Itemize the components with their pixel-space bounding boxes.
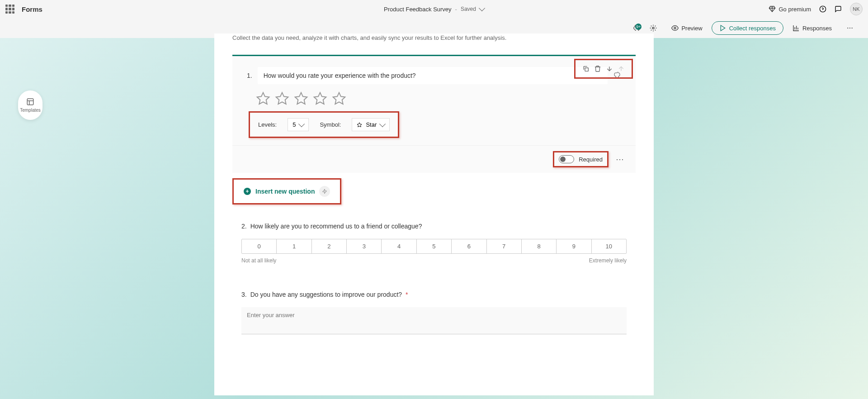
star-icon xyxy=(313,91,327,106)
go-premium-label: Go premium xyxy=(778,6,811,13)
notif-badge: 9+ xyxy=(635,24,642,30)
nps-low-label: Not at all likely xyxy=(241,257,276,264)
svg-point-0 xyxy=(820,6,826,12)
svg-marker-18 xyxy=(357,123,362,127)
svg-marker-17 xyxy=(333,93,345,104)
nps-cell[interactable]: 7 xyxy=(487,239,522,253)
svg-marker-13 xyxy=(257,93,269,104)
star-icon xyxy=(294,91,308,106)
more-button[interactable] xyxy=(841,22,859,34)
symbol-value: Star xyxy=(366,121,377,128)
question-3[interactable]: 3. Do you have any suggestions to improv… xyxy=(214,273,654,345)
nps-cell[interactable]: 9 xyxy=(557,239,591,253)
q3-number: 3. xyxy=(241,291,247,298)
doc-title[interactable]: Product Feedback Survey xyxy=(384,6,452,13)
q3-text: Do you have any suggestions to improve o… xyxy=(250,291,402,298)
nps-cell[interactable]: 2 xyxy=(312,239,347,253)
settings-button[interactable] xyxy=(644,22,662,34)
form-description[interactable]: Collect the data you need, analyze it wi… xyxy=(232,34,636,41)
eye-icon xyxy=(671,24,679,32)
copy-button[interactable] xyxy=(580,63,592,75)
svg-point-2 xyxy=(674,27,676,29)
nps-high-label: Extremely likely xyxy=(589,257,627,264)
go-premium-button[interactable]: Go premium xyxy=(769,5,811,13)
required-asterisk: * xyxy=(406,291,408,298)
templates-button[interactable]: Templates xyxy=(18,90,42,120)
q1-number: 1. xyxy=(247,72,252,79)
rating-stars-preview xyxy=(247,84,621,109)
user-avatar[interactable]: NK xyxy=(850,3,863,15)
nps-cell[interactable]: 3 xyxy=(347,239,382,253)
question-more-button[interactable]: ⋯ xyxy=(616,154,625,164)
svg-marker-15 xyxy=(295,93,307,104)
chart-icon xyxy=(793,24,800,32)
responses-button[interactable]: Responses xyxy=(787,22,837,34)
save-status: Saved xyxy=(461,6,476,12)
svg-marker-3 xyxy=(721,25,725,31)
nps-cell[interactable]: 8 xyxy=(522,239,557,253)
gear-icon xyxy=(650,24,657,32)
nps-scale: 012345678910 xyxy=(241,239,627,254)
q2-number: 2. xyxy=(241,223,247,230)
svg-marker-19 xyxy=(323,189,327,194)
svg-marker-16 xyxy=(314,93,326,104)
levels-label: Levels: xyxy=(258,121,277,128)
star-icon xyxy=(275,91,289,106)
app-launcher-icon[interactable] xyxy=(5,5,14,14)
question-1-card: 1. Levels: 5 Symbol: xyxy=(232,55,636,173)
collect-responses-button[interactable]: Collect responses xyxy=(712,21,783,35)
move-down-button[interactable] xyxy=(604,63,615,75)
premium-diamond-icon xyxy=(769,5,776,13)
star-icon xyxy=(357,122,362,128)
preview-button[interactable]: Preview xyxy=(666,22,708,34)
svg-rect-10 xyxy=(585,68,588,71)
levels-select[interactable]: 5 xyxy=(288,118,309,131)
nps-cell[interactable]: 10 xyxy=(592,239,626,253)
levels-value: 5 xyxy=(292,121,296,128)
symbol-select[interactable]: Star xyxy=(352,118,390,131)
question-actions-highlight xyxy=(574,59,633,79)
more-icon xyxy=(846,24,854,32)
delete-button[interactable] xyxy=(592,63,604,75)
symbol-label: Symbol: xyxy=(320,121,341,128)
header-right-controls: Go premium NK xyxy=(769,3,863,15)
form-canvas: Collect the data you need, analyze it wi… xyxy=(214,33,654,395)
nps-cell[interactable]: 5 xyxy=(417,239,452,253)
chevron-down-icon[interactable] xyxy=(479,5,485,11)
required-toggle[interactable] xyxy=(559,155,574,163)
star-icon xyxy=(332,91,346,106)
chevron-down-icon xyxy=(379,120,386,127)
form-header: Collect the data you need, analyze it wi… xyxy=(214,34,654,50)
play-icon xyxy=(719,24,726,32)
title-separator: - xyxy=(455,6,457,13)
insert-question-highlight[interactable]: + Insert new question xyxy=(232,178,341,204)
templates-icon xyxy=(26,98,34,106)
question-2[interactable]: 2. How likely are you to recommend us to… xyxy=(214,204,654,273)
q1-text-input[interactable] xyxy=(258,67,608,84)
move-up-button xyxy=(615,63,627,75)
required-highlight: Required xyxy=(553,151,609,167)
feedback-icon[interactable] xyxy=(835,5,842,13)
app-header: Forms Product Feedback Survey - Saved Go… xyxy=(0,0,868,18)
nps-cell[interactable]: 0 xyxy=(242,239,277,253)
rating-settings-highlight: Levels: 5 Symbol: Star xyxy=(249,111,399,138)
insert-question-label: Insert new question xyxy=(255,188,315,195)
ai-lightning-icon[interactable] xyxy=(319,186,330,197)
required-label: Required xyxy=(579,156,603,163)
nps-cell[interactable]: 4 xyxy=(382,239,416,253)
question-footer: Required ⋯ xyxy=(232,145,636,173)
collect-label: Collect responses xyxy=(729,25,776,32)
nps-cell[interactable]: 6 xyxy=(452,239,486,253)
plus-icon: + xyxy=(244,188,251,195)
nps-cell[interactable]: 1 xyxy=(277,239,311,253)
star-icon xyxy=(256,91,270,106)
q2-text: How likely are you to recommend us to a … xyxy=(250,223,422,230)
svg-marker-14 xyxy=(276,93,288,104)
svg-point-5 xyxy=(849,28,850,28)
responses-label: Responses xyxy=(802,25,832,32)
notifications-button[interactable]: 9+ xyxy=(633,24,641,32)
q3-answer-input[interactable] xyxy=(241,307,627,334)
help-icon[interactable] xyxy=(819,5,826,13)
svg-point-6 xyxy=(852,28,853,28)
chevron-down-icon xyxy=(298,120,305,127)
